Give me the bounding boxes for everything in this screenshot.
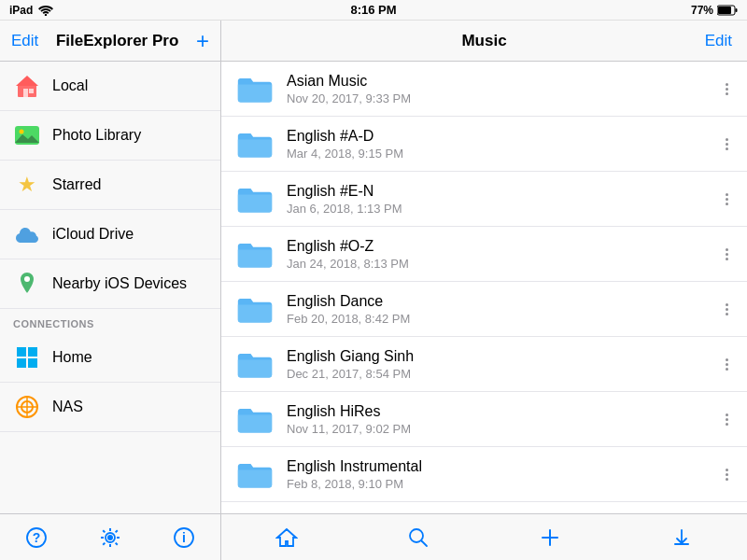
folder-icon	[234, 456, 275, 492]
nas-icon	[13, 393, 41, 421]
local-label: Local	[52, 77, 88, 94]
folder-row[interactable]: English #A-D Mar 4, 2018, 9:15 PM	[221, 117, 747, 172]
folder-more-button[interactable]	[720, 134, 734, 154]
folder-info: English Giang Sinh Dec 21, 2017, 8:54 PM	[287, 348, 709, 381]
sidebar-toolbar: ? i	[0, 514, 221, 560]
folder-more-button[interactable]	[720, 189, 734, 209]
folder-date: Feb 8, 2018, 9:10 PM	[287, 477, 709, 491]
folder-date: Jan 24, 2018, 8:13 PM	[287, 257, 709, 271]
folder-date: Feb 20, 2018, 8:42 PM	[287, 312, 709, 326]
sidebar-item-icloud[interactable]: iCloud Drive	[0, 210, 220, 259]
connections-header: CONNECTIONS	[0, 309, 220, 333]
home-label: Home	[52, 349, 92, 366]
content-edit-button[interactable]: Edit	[705, 32, 732, 50]
folder-icon	[234, 71, 275, 106]
photo-library-icon	[13, 121, 41, 149]
info-button[interactable]: i	[163, 517, 204, 558]
star-icon: ★	[13, 171, 41, 199]
content-search-button[interactable]	[398, 517, 439, 558]
svg-rect-30	[674, 543, 689, 545]
svg-rect-6	[23, 89, 28, 97]
svg-line-27	[422, 540, 428, 546]
svg-point-11	[24, 276, 30, 282]
folder-name: English Giang Sinh	[287, 348, 709, 365]
folder-info: English HiRes Nov 11, 2017, 9:02 PM	[287, 403, 709, 436]
svg-rect-13	[28, 347, 37, 357]
sidebar-item-home[interactable]: Home	[0, 333, 220, 383]
folder-info: Asian Music Nov 20, 2017, 9:33 PM	[287, 73, 709, 105]
svg-rect-12	[17, 347, 26, 357]
folder-icon	[234, 346, 275, 382]
folder-more-button[interactable]	[720, 300, 734, 319]
folder-info: English #A-D Mar 4, 2018, 9:15 PM	[287, 128, 709, 161]
folder-icon	[234, 236, 275, 272]
sidebar-item-local[interactable]: Local	[0, 62, 220, 111]
cloud-icon	[13, 220, 41, 248]
photo-library-label: Photo Library	[52, 127, 141, 144]
folder-icon	[234, 181, 275, 217]
body-container: Local Photo Library ★ Starred	[0, 62, 747, 513]
help-button[interactable]: ?	[16, 517, 57, 558]
app-container: Edit FileExplorer Pro + Music Edit	[0, 21, 747, 560]
folder-row[interactable]: English #E-N Jan 6, 2018, 1:13 PM	[221, 172, 747, 227]
nearby-icon	[13, 270, 41, 298]
folder-name: Asian Music	[287, 73, 709, 90]
content-panel: Asian Music Nov 20, 2017, 9:33 PM Englis…	[221, 62, 747, 513]
svg-point-0	[45, 13, 47, 15]
folder-date: Nov 11, 2017, 9:02 PM	[287, 422, 709, 436]
status-time: 8:16 PM	[350, 3, 396, 17]
content-home-button[interactable]	[266, 517, 307, 558]
windows-icon	[13, 343, 41, 371]
svg-marker-5	[16, 76, 38, 86]
folder-name: English #E-N	[287, 183, 709, 200]
sidebar-nav: Edit FileExplorer Pro +	[0, 21, 221, 61]
content-download-button[interactable]	[661, 517, 702, 558]
sidebar-title: FileExplorer Pro	[56, 32, 178, 50]
svg-rect-14	[17, 358, 26, 368]
folder-icon	[234, 401, 275, 437]
folder-icon	[234, 126, 275, 161]
settings-button[interactable]	[90, 517, 131, 558]
folder-row[interactable]: English Giang Sinh Dec 21, 2017, 8:54 PM	[221, 337, 747, 392]
folder-row[interactable]: English Instrumental Feb 8, 2018, 9:10 P…	[221, 447, 747, 502]
folder-row[interactable]: Asian Music Nov 20, 2017, 9:33 PM	[221, 62, 747, 117]
folder-name: English #O-Z	[287, 238, 709, 255]
starred-label: Starred	[52, 176, 101, 193]
svg-rect-15	[28, 358, 37, 368]
sidebar-item-starred[interactable]: ★ Starred	[0, 161, 220, 210]
svg-rect-7	[29, 89, 34, 93]
folder-more-button[interactable]	[720, 465, 734, 484]
sidebar-item-nas[interactable]: NAS	[0, 383, 220, 432]
folder-date: Mar 4, 2018, 9:15 PM	[287, 147, 709, 161]
sidebar-add-button[interactable]: +	[196, 30, 209, 52]
nav-bar: Edit FileExplorer Pro + Music Edit	[0, 21, 747, 62]
battery-icon	[717, 5, 738, 16]
folder-date: Dec 21, 2017, 8:54 PM	[287, 367, 709, 381]
folder-more-button[interactable]	[720, 410, 734, 429]
folder-date: Nov 20, 2017, 9:33 PM	[287, 91, 709, 105]
folder-row[interactable]: English #O-Z Jan 24, 2018, 8:13 PM	[221, 227, 747, 282]
folder-more-button[interactable]	[720, 245, 734, 264]
folder-info: English Dance Feb 20, 2018, 8:42 PM	[287, 293, 709, 326]
folder-name: English HiRes	[287, 403, 709, 420]
folder-name: English #A-D	[287, 128, 709, 145]
icloud-label: iCloud Drive	[52, 226, 134, 243]
folder-row[interactable]: English HiRes Nov 11, 2017, 9:02 PM	[221, 392, 747, 447]
sidebar: Local Photo Library ★ Starred	[0, 62, 221, 513]
sidebar-item-nearby[interactable]: Nearby iOS Devices	[0, 259, 220, 309]
sidebar-item-photo-library[interactable]: Photo Library	[0, 111, 220, 161]
sidebar-edit-button[interactable]: Edit	[11, 32, 38, 50]
svg-rect-2	[736, 8, 738, 12]
folder-more-button[interactable]	[720, 79, 734, 99]
nas-label: NAS	[52, 399, 83, 415]
svg-point-9	[20, 130, 24, 134]
bottom-toolbar: ? i	[0, 513, 747, 560]
folder-more-button[interactable]	[720, 355, 734, 374]
folder-info: English #E-N Jan 6, 2018, 1:13 PM	[287, 183, 709, 216]
folder-row[interactable]: English Dance Feb 20, 2018, 8:42 PM	[221, 282, 747, 337]
svg-rect-3	[718, 7, 731, 14]
svg-text:?: ?	[33, 530, 41, 545]
content-title: Music	[461, 32, 506, 50]
content-add-button[interactable]	[529, 517, 571, 558]
folder-info: English Instrumental Feb 8, 2018, 9:10 P…	[287, 458, 709, 491]
